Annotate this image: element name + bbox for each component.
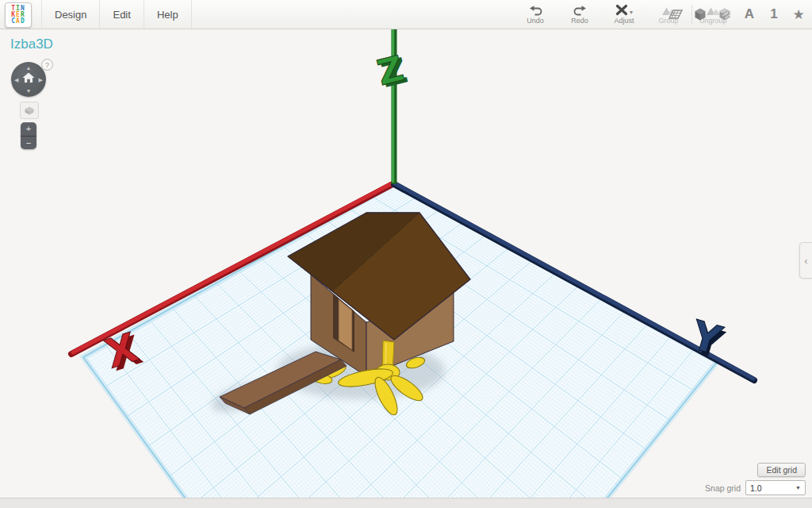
symbols-tool-icon[interactable]: ★ bbox=[790, 6, 807, 23]
menu-help[interactable]: Help bbox=[144, 0, 192, 29]
zoom-in-button[interactable]: + bbox=[21, 122, 36, 137]
undo-label: Undo bbox=[527, 17, 544, 25]
pan-right-icon[interactable]: ▶ bbox=[39, 77, 43, 83]
zoom-control: + − bbox=[21, 122, 36, 149]
pan-down-icon[interactable]: ▼ bbox=[26, 88, 32, 94]
pan-up-icon[interactable]: ▲ bbox=[26, 65, 32, 71]
edit-grid-button[interactable]: Edit grid bbox=[757, 463, 806, 477]
snap-grid-select[interactable]: 1.0 ▼ bbox=[745, 480, 806, 495]
home-view-icon[interactable] bbox=[22, 72, 35, 87]
tinkercad-logo[interactable]: TINKERCAD bbox=[5, 2, 32, 28]
numbers-tool-icon[interactable]: 1 bbox=[765, 6, 783, 23]
pan-left-icon[interactable]: ◀ bbox=[14, 77, 18, 83]
tinkercad-app: X X Y Y Z Z bbox=[0, 0, 812, 508]
logo-letters: CAD bbox=[11, 18, 25, 25]
shape-tools: A 1 ★ bbox=[667, 0, 807, 29]
workplane-tool-icon[interactable] bbox=[667, 6, 684, 23]
view-navigation-ball[interactable]: ▲ ▼ ◀ ▶ bbox=[11, 62, 46, 97]
toggle-workplane-button[interactable] bbox=[20, 102, 39, 119]
undo-icon bbox=[529, 4, 542, 16]
redo-button[interactable]: Redo bbox=[566, 4, 593, 25]
menu-edit[interactable]: Edit bbox=[100, 0, 144, 29]
snap-grid-label: Snap grid bbox=[705, 483, 741, 493]
toolbar: TINKERCAD Design Edit Help Undo Redo bbox=[0, 0, 812, 29]
snap-grid-caret-icon: ▼ bbox=[795, 485, 801, 491]
adjust-icon: ▾ bbox=[615, 4, 633, 16]
axis-z: Z Z bbox=[373, 29, 411, 184]
adjust-button[interactable]: ▾ Adjust bbox=[611, 4, 638, 25]
redo-label: Redo bbox=[571, 17, 588, 25]
redo-icon bbox=[573, 4, 587, 16]
letters-tool-icon[interactable]: A bbox=[741, 6, 758, 23]
project-title: Izba3D bbox=[10, 37, 53, 52]
viewport-3d[interactable]: X X Y Y Z Z bbox=[0, 29, 812, 498]
undo-button[interactable]: Undo bbox=[522, 4, 549, 25]
zoom-out-button[interactable]: − bbox=[21, 137, 36, 150]
menu-design[interactable]: Design bbox=[41, 0, 100, 29]
solid-shapes-icon[interactable] bbox=[691, 6, 709, 23]
collapse-panel-tab[interactable]: ‹ bbox=[799, 242, 812, 279]
adjust-caret-icon: ▾ bbox=[630, 9, 633, 16]
menu-bar: Design Edit Help bbox=[41, 0, 192, 29]
snap-grid-value: 1.0 bbox=[750, 483, 762, 493]
hole-shapes-icon[interactable] bbox=[716, 6, 733, 23]
bottom-strip bbox=[0, 498, 812, 508]
axis-y-letter: Y bbox=[685, 312, 727, 364]
grid-controls: Edit grid Snap grid 1.0 ▼ bbox=[705, 463, 806, 495]
adjust-label: Adjust bbox=[614, 17, 634, 25]
scene-svg: X X Y Y Z Z bbox=[0, 29, 812, 498]
